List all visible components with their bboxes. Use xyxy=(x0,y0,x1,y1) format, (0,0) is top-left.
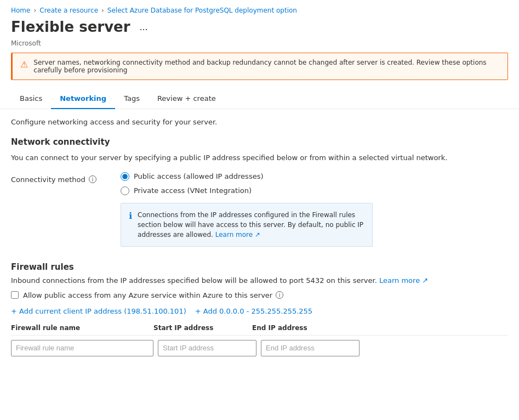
add-range-link[interactable]: + Add 0.0.0.0 - 255.255.255.255 xyxy=(195,307,312,315)
connectivity-method-info-icon[interactable]: i xyxy=(89,175,96,183)
breadcrumb-create-resource[interactable]: Create a resource xyxy=(39,7,98,14)
warning-banner: ⚠ Server names, networking connectivity … xyxy=(11,53,508,80)
public-access-info-icon[interactable]: i xyxy=(276,291,283,299)
ellipsis-button[interactable]: ... xyxy=(136,20,152,35)
public-access-checkbox[interactable] xyxy=(11,291,19,299)
breadcrumb: Home › Create a resource › Select Azure … xyxy=(0,0,519,19)
info-box-icon: ℹ xyxy=(129,211,132,240)
add-client-ip-link[interactable]: + Add current client IP address (198.51.… xyxy=(11,307,186,315)
warning-icon: ⚠ xyxy=(20,59,28,70)
col-header-start-ip: Start IP address xyxy=(153,324,252,332)
radio-public-input[interactable] xyxy=(121,172,129,181)
col-header-end-ip: End IP address xyxy=(252,324,351,332)
breadcrumb-sep-2: › xyxy=(101,7,104,14)
radio-private-label: Private access (VNet Integration) xyxy=(134,186,252,195)
connectivity-method-label: Connectivity method i xyxy=(11,172,121,184)
public-access-checkbox-label: Allow public access from any Azure servi… xyxy=(23,291,283,299)
connectivity-radio-group: Public access (allowed IP addresses) Pri… xyxy=(121,172,264,195)
tab-basics[interactable]: Basics xyxy=(11,89,51,109)
tab-networking[interactable]: Networking xyxy=(51,89,115,109)
radio-public-label: Public access (allowed IP addresses) xyxy=(134,172,264,180)
firewall-rules-section: Firewall rules Inbound connections from … xyxy=(11,262,508,356)
radio-private-access[interactable]: Private access (VNet Integration) xyxy=(121,186,264,195)
connectivity-title: Network connectivity xyxy=(11,137,508,147)
page-header: Flexible server ... xyxy=(0,19,519,39)
connectivity-method-row: Connectivity method i Public access (all… xyxy=(11,172,508,195)
info-box-text: Connections from the IP addresses config… xyxy=(138,210,364,240)
firewall-table-header: Firewall rule name Start IP address End … xyxy=(11,324,508,336)
firewall-desc: Inbound connections from the IP addresse… xyxy=(11,276,508,285)
radio-public-access[interactable]: Public access (allowed IP addresses) xyxy=(121,172,264,181)
section-description: Configure networking access and security… xyxy=(11,118,508,126)
firewall-table-row xyxy=(11,340,508,356)
network-connectivity-section: Network connectivity You can connect to … xyxy=(11,137,508,247)
col-header-rule-name: Firewall rule name xyxy=(11,324,153,332)
public-access-checkbox-row: Allow public access from any Azure servi… xyxy=(11,291,508,299)
connectivity-text: You can connect to your server by specif… xyxy=(11,152,508,163)
tabs-nav: Basics Networking Tags Review + create xyxy=(0,89,519,109)
start-ip-input[interactable] xyxy=(158,340,256,356)
breadcrumb-select-deployment[interactable]: Select Azure Database for PostgreSQL dep… xyxy=(107,7,297,14)
warning-text: Server names, networking connectivity me… xyxy=(33,59,500,74)
firewall-rule-name-input[interactable] xyxy=(11,340,153,356)
end-ip-input[interactable] xyxy=(261,340,360,356)
firewall-title: Firewall rules xyxy=(11,262,508,272)
main-content: Configure networking access and security… xyxy=(0,109,519,365)
add-links-row: + Add current client IP address (198.51.… xyxy=(11,307,508,315)
page-title: Flexible server xyxy=(11,19,130,35)
page-subtitle: Microsoft xyxy=(0,39,519,53)
public-access-info-box: ℹ Connections from the IP addresses conf… xyxy=(121,203,373,247)
tab-tags[interactable]: Tags xyxy=(115,89,149,109)
tab-review-create[interactable]: Review + create xyxy=(149,89,225,109)
col-header-empty xyxy=(351,324,508,332)
breadcrumb-home[interactable]: Home xyxy=(11,7,30,14)
radio-private-input[interactable] xyxy=(121,186,129,195)
firewall-learn-more-link[interactable]: Learn more ↗ xyxy=(379,276,428,285)
breadcrumb-sep-1: › xyxy=(33,7,36,14)
info-box-learn-more-link[interactable]: Learn more ↗ xyxy=(215,231,260,239)
